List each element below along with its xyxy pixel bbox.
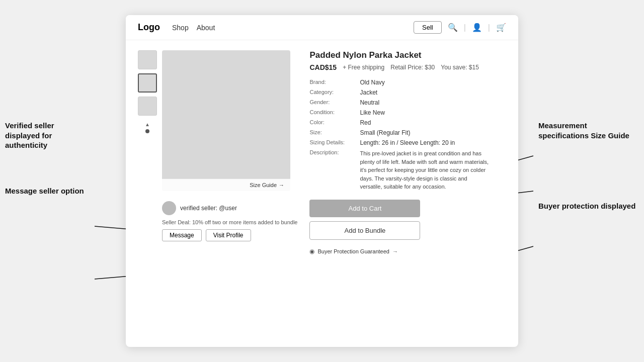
account-icon[interactable]: 👤 xyxy=(472,23,482,32)
size-guide-bar[interactable]: Size Guide → xyxy=(162,178,290,191)
page-body: ▲ Size Guide → xyxy=(126,40,518,347)
thumbnail-1[interactable] xyxy=(138,50,157,69)
description-row: Description: This pre-loved jacket is in… xyxy=(309,148,506,193)
brand-label: Brand: xyxy=(309,77,360,87)
navbar-links: Shop About xyxy=(172,24,414,32)
price-row: CAD$15 + Free shipping Retail Price: $30… xyxy=(309,63,506,71)
annotation-verified-seller: Verified seller displayed for authentici… xyxy=(5,121,91,150)
brand-row: Brand: Old Navy xyxy=(309,77,506,87)
condition-label: Condition: xyxy=(309,108,360,118)
navbar: Logo Shop About Sell 🔍 | 👤 | 🛒 xyxy=(126,15,518,40)
size-value: Small (Regular Fit) xyxy=(360,128,506,138)
thumb-nav: ▲ xyxy=(145,122,150,133)
navbar-right: Sell 🔍 | 👤 | 🛒 xyxy=(414,21,506,34)
product-details-table: Brand: Old Navy Category: Jacket Gender:… xyxy=(309,77,506,193)
gender-value: Neutral xyxy=(360,98,506,108)
browser-window: Logo Shop About Sell 🔍 | 👤 | 🛒 xyxy=(126,15,518,347)
price-main: CAD$15 xyxy=(309,63,337,71)
divider-1: | xyxy=(464,23,466,32)
category-row: Category: Jacket xyxy=(309,87,506,98)
cart-icon[interactable]: 🛒 xyxy=(496,23,506,32)
nav-shop[interactable]: Shop xyxy=(172,24,189,32)
add-to-cart-button[interactable]: Add to Cart xyxy=(309,200,420,217)
divider-2: | xyxy=(488,23,490,32)
annotation-buyer-protection: Buyer protection displayed xyxy=(538,201,639,211)
seller-avatar xyxy=(162,201,176,215)
action-buttons: Add to Cart Add to Bundle ◉ Buyer Protec… xyxy=(309,200,506,255)
buyer-protection-label: Buyer Protection Guaranteed xyxy=(317,248,389,254)
thumb-dot xyxy=(145,129,149,133)
add-to-bundle-button[interactable]: Add to Bundle xyxy=(309,221,420,240)
shield-icon: ◉ xyxy=(309,248,314,255)
seller-name: verified seller: @user xyxy=(180,205,237,212)
size-row: Size: Small (Regular Fit) xyxy=(309,128,506,138)
product-details: Padded Nylon Parka Jacket CAD$15 + Free … xyxy=(309,50,506,337)
visit-profile-button[interactable]: Visit Profile xyxy=(206,229,251,241)
product-gallery: ▲ Size Guide → xyxy=(138,50,297,337)
seller-row: verified seller: @user xyxy=(162,201,297,215)
product-title: Padded Nylon Parka Jacket xyxy=(309,50,506,60)
sell-button[interactable]: Sell xyxy=(414,21,442,34)
price-retail: Retail Price: $30 xyxy=(390,64,435,71)
description-text: This pre-loved jacket is in great condit… xyxy=(360,149,491,191)
logo: Logo xyxy=(138,22,160,33)
gender-label: Gender: xyxy=(309,98,360,108)
price-shipping: + Free shipping xyxy=(343,64,384,71)
condition-value: Like New xyxy=(360,108,506,118)
thumbnail-list: ▲ xyxy=(138,50,157,337)
buyer-protection-row[interactable]: ◉ Buyer Protection Guaranteed → xyxy=(309,248,506,255)
description-label: Description: xyxy=(309,148,360,193)
thumb-up-arrow[interactable]: ▲ xyxy=(145,122,150,127)
size-label: Size: xyxy=(309,128,360,138)
annotation-message-seller: Message seller option xyxy=(5,186,91,196)
thumbnail-2[interactable] xyxy=(138,73,157,93)
search-icon[interactable]: 🔍 xyxy=(448,23,458,32)
category-value: Jacket xyxy=(360,87,506,98)
sizing-details-label: Sizing Details: xyxy=(309,138,360,148)
size-guide-label[interactable]: Size Guide xyxy=(250,182,277,188)
main-product-image: Size Guide → xyxy=(162,50,290,191)
brand-value: Old Navy xyxy=(360,77,506,87)
condition-row: Condition: Like New xyxy=(309,108,506,118)
color-row: Color: Red xyxy=(309,118,506,128)
price-save: You save: $15 xyxy=(441,64,479,71)
sizing-details-row: Sizing Details: Length: 26 in / Sleeve L… xyxy=(309,138,506,148)
size-guide-arrow-icon: → xyxy=(279,182,284,188)
seller-deal: Seller Deal: 10% off two or more items a… xyxy=(162,219,297,225)
seller-section: verified seller: @user Seller Deal: 10% … xyxy=(162,201,297,241)
color-value: Red xyxy=(360,118,506,128)
color-label: Color: xyxy=(309,118,360,128)
outer-wrapper: Verified seller displayed for authentici… xyxy=(0,0,644,362)
thumbnail-3[interactable] xyxy=(138,97,157,116)
annotation-measurement: Measurement specifications Size Guide xyxy=(538,121,639,140)
message-button[interactable]: Message xyxy=(162,229,202,241)
nav-about[interactable]: About xyxy=(197,24,215,32)
description-value: This pre-loved jacket is in great condit… xyxy=(360,148,506,193)
seller-buttons: Message Visit Profile xyxy=(162,229,297,241)
gender-row: Gender: Neutral xyxy=(309,98,506,108)
category-label: Category: xyxy=(309,87,360,98)
sizing-details-value: Length: 26 in / Sleeve Length: 20 in xyxy=(360,138,506,148)
main-product-area: ▲ Size Guide → xyxy=(126,40,518,347)
buyer-protection-arrow-icon: → xyxy=(392,248,398,254)
